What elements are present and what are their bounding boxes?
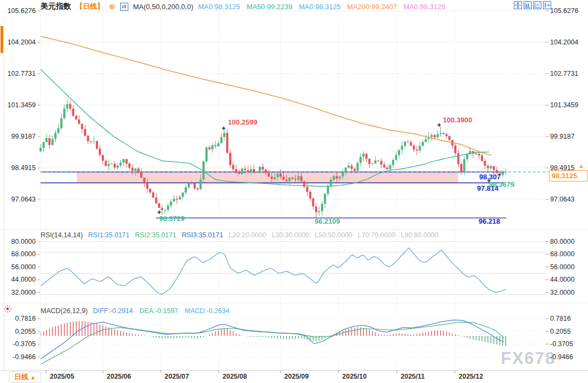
- move-icon[interactable]: [514, 1, 522, 9]
- chart-canvas[interactable]: ++++: [0, 0, 588, 383]
- collapse-panel-icon[interactable]: [543, 1, 551, 9]
- rsi-value: RSI3:35.0171: [182, 231, 223, 239]
- ma-settings-label: MA(0,50,0,200,0,0): [133, 3, 193, 11]
- support-label: 96.218: [479, 217, 500, 225]
- ma-value: MA0:98.3125: [198, 3, 240, 11]
- indicator-hotspot-icon[interactable]: [3, 304, 12, 315]
- price-up-arrow-icon: ▲: [578, 163, 584, 169]
- macd-header-row: MACD(26,12,9) DIFF:-0.2914DEA:-0.1597MAC…: [41, 307, 230, 315]
- macd-axis-label-right: 0.2055: [550, 328, 571, 335]
- price-axis-label-left: 98.4915: [0, 164, 36, 172]
- rsi-axis-label-left: 44.0000: [0, 276, 36, 283]
- price-axis-label-left: 101.3459: [0, 101, 36, 109]
- price-axis-label-right: 104.2004: [550, 38, 578, 46]
- peak-label-nov: 100.3900: [443, 116, 472, 124]
- x-axis-label: 2025/11: [401, 373, 425, 380]
- x-axis-label: 2025/10: [342, 373, 367, 380]
- period-badge: 【日线】: [76, 2, 104, 11]
- vertical-scrollbar-thumb[interactable]: [1, 26, 3, 53]
- price-axis-label-left: 102.7731: [0, 70, 36, 77]
- x-axis-label: 2025/08: [223, 373, 247, 380]
- ma-values-row: MA0:98.3125MA50:99.2239MA0:98.3125MA200:…: [198, 3, 445, 11]
- rsi-level: L70:70.0000: [358, 231, 396, 239]
- price-axis-label-right: 101.3459: [550, 101, 578, 109]
- x-axis-label: 2025/09: [284, 373, 309, 380]
- fit-y-axis-icon[interactable]: [524, 1, 532, 9]
- add-indicator-icon[interactable]: ⊕: [109, 3, 115, 10]
- macd-value: DIFF:-0.2914: [93, 307, 133, 315]
- chart-window: ++++ 美元指数 【日线】 ⊕ MA(0,50,0,200,0,0) MA0:…: [0, 0, 588, 383]
- macd-axis-label-left: 0.2055: [0, 328, 36, 335]
- macd-value: MACD:-0.2634: [185, 307, 230, 315]
- macd-axis-label-right: -0.3705: [550, 340, 573, 348]
- plus-marker: +: [437, 121, 441, 129]
- x-axis-label: 2025/07: [165, 373, 189, 380]
- rsi-level: L80:80.0000: [401, 231, 439, 239]
- low-label-sep: 96.2109: [315, 217, 340, 225]
- macd-value: DEA:-0.1597: [139, 307, 178, 315]
- price-axis-label-left: 97.0643: [0, 196, 36, 203]
- rsi-axis-label-right: 44.0000: [550, 276, 574, 283]
- macd-axis-label-right: 0.7816: [550, 315, 571, 322]
- macd-axis-label-left: -0.9466: [0, 353, 36, 361]
- ma-value: MA200:99.2407: [347, 3, 397, 11]
- macd-axis-label-right: -0.9466: [550, 353, 573, 361]
- rsi-header-row: RSI(14,14,14) RSI1:35.0171RSI2:35.0171RS…: [41, 231, 439, 239]
- macd-settings-label: MACD(26,12,9): [41, 307, 88, 315]
- rsi-level: L20:20.0000: [228, 231, 266, 239]
- rsi-value: RSI2:35.0171: [135, 231, 176, 239]
- fit-x-axis-icon[interactable]: [533, 1, 541, 9]
- period-selector-button[interactable]: 日线 ▲: [9, 372, 41, 382]
- price-axis-label-left: 99.9187: [0, 133, 36, 140]
- symbol-title: 美元指数: [41, 2, 71, 11]
- rsi-axis-label-left: 68.0000: [0, 250, 36, 258]
- rsi-axis-label-right: 80.0000: [550, 238, 574, 245]
- rsi-value: RSI1:35.0171: [88, 231, 129, 239]
- rsi-axis-label-right: 56.0000: [550, 263, 574, 271]
- rsi-axis-label-left: 32.0000: [0, 289, 36, 296]
- chart-toolbar: [514, 1, 551, 9]
- low-label-jul: 96.3729: [159, 215, 185, 223]
- rsi-axis-label-right: 68.0000: [550, 250, 574, 258]
- price-axis-label-right: 99.9187: [550, 133, 574, 140]
- macd-axis-label-left: 0.7816: [0, 315, 36, 322]
- x-axis-label: 2025/12: [459, 373, 483, 380]
- ma-value: MA50:99.2239: [246, 3, 292, 11]
- rsi-axis-label-right: 32.0000: [550, 289, 574, 296]
- x-axis-label: 2025/05: [50, 373, 74, 380]
- rsi-axis-label-left: 56.0000: [0, 263, 36, 271]
- price-axis-label-left: 104.2004: [0, 38, 36, 46]
- ma-value: MA0:98.3125: [299, 3, 341, 11]
- peak-label-aug: 100.2599: [228, 118, 257, 126]
- ma-value: MA0:98.3125: [403, 3, 445, 11]
- ma-value-label: 98.3679: [489, 180, 514, 189]
- zone-top-label: 98.307: [479, 173, 501, 181]
- watermark: FX678: [501, 349, 556, 368]
- chart-header: 美元指数 【日线】 ⊕ MA(0,50,0,200,0,0) MA0:98.31…: [41, 2, 445, 11]
- current-price-box: 98.3125: [549, 170, 588, 181]
- rsi-settings-label: RSI(14,14,14): [41, 231, 83, 239]
- price-axis-label-right: 102.7731: [550, 70, 578, 77]
- chart-type-icon[interactable]: [120, 3, 128, 11]
- rsi-axis-label-left: 80.0000: [0, 238, 36, 245]
- price-axis-label-right: 97.0643: [550, 196, 574, 203]
- rsi-level: L30:30.0000: [272, 231, 310, 239]
- plus-marker: +: [221, 124, 226, 132]
- macd-axis-label-left: -0.3705: [0, 340, 36, 348]
- x-axis-label: 2025/06: [107, 373, 131, 380]
- price-axis-label-right: 105.6276: [550, 7, 578, 15]
- rsi-level: L50:50.0000: [315, 231, 352, 239]
- price-axis-label-left: 105.6276: [0, 7, 36, 15]
